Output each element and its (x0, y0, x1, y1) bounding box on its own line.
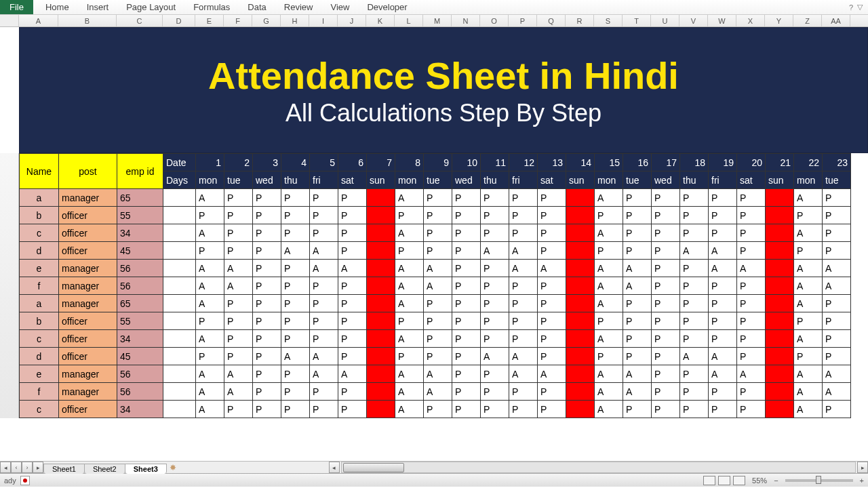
cell-attendance[interactable]: A (823, 277, 851, 295)
cell-attendance[interactable]: P (281, 365, 310, 383)
cell-attendance[interactable]: P (737, 312, 766, 330)
cell-attendance[interactable] (367, 277, 395, 295)
cell-blank[interactable] (163, 207, 196, 224)
cell-blank[interactable] (163, 330, 196, 348)
cell-attendance[interactable]: P (253, 348, 281, 365)
cell-attendance[interactable]: P (452, 365, 481, 383)
cell-attendance[interactable]: P (338, 242, 367, 260)
ribbon-tab-review[interactable]: Review (276, 0, 321, 14)
cell-attendance[interactable]: A (395, 277, 424, 295)
cell-attendance[interactable]: P (823, 242, 851, 260)
cell-post[interactable]: manager (59, 295, 117, 312)
cell-name[interactable]: b (20, 207, 59, 224)
header-date[interactable]: 22 (794, 154, 823, 171)
cell-attendance[interactable] (367, 383, 395, 401)
cell-attendance[interactable]: P (595, 348, 623, 365)
cell-attendance[interactable]: A (595, 189, 623, 207)
cell-name[interactable]: d (20, 348, 59, 365)
cell-name[interactable]: b (20, 312, 59, 330)
cell-name[interactable]: e (20, 260, 59, 277)
cell-attendance[interactable]: P (823, 330, 851, 348)
cell-attendance[interactable]: P (224, 312, 253, 330)
cell-attendance[interactable]: P (338, 348, 367, 365)
tab-nav-last[interactable]: ▸ (33, 462, 43, 473)
cell-attendance[interactable] (766, 189, 794, 207)
cell-post[interactable]: manager (59, 189, 117, 207)
cell-attendance[interactable]: P (680, 383, 709, 401)
cell-attendance[interactable]: P (538, 312, 566, 330)
cell-attendance[interactable]: P (481, 295, 509, 312)
cell-attendance[interactable]: P (538, 277, 566, 295)
cell-attendance[interactable]: P (310, 401, 338, 418)
cell-attendance[interactable]: P (424, 295, 452, 312)
cell-empid[interactable]: 56 (117, 383, 163, 401)
hscroll-thumb[interactable] (343, 463, 404, 472)
cell-empid[interactable]: 56 (117, 365, 163, 383)
cell-attendance[interactable]: P (509, 401, 538, 418)
cell-name[interactable]: e (20, 365, 59, 383)
cell-attendance[interactable]: P (253, 260, 281, 277)
cell-post[interactable]: officer (59, 312, 117, 330)
cell-attendance[interactable]: P (509, 277, 538, 295)
cell-attendance[interactable]: P (310, 383, 338, 401)
cell-attendance[interactable]: P (281, 330, 310, 348)
cell-attendance[interactable]: A (481, 242, 509, 260)
cell-attendance[interactable]: P (509, 207, 538, 224)
cell-name[interactable]: a (20, 189, 59, 207)
cell-attendance[interactable]: P (395, 207, 424, 224)
cell-attendance[interactable]: A (424, 260, 452, 277)
hscroll-track[interactable] (341, 462, 856, 473)
cell-attendance[interactable] (766, 224, 794, 242)
cell-attendance[interactable]: P (424, 312, 452, 330)
cell-attendance[interactable]: A (709, 365, 737, 383)
cell-attendance[interactable]: P (538, 295, 566, 312)
cell-attendance[interactable]: P (737, 242, 766, 260)
cell-attendance[interactable]: A (509, 365, 538, 383)
cell-attendance[interactable]: P (538, 207, 566, 224)
col-header[interactable]: A (19, 15, 58, 26)
cell-attendance[interactable]: P (737, 277, 766, 295)
cell-attendance[interactable] (766, 365, 794, 383)
cell-attendance[interactable]: P (395, 242, 424, 260)
cell-empid[interactable]: 34 (117, 401, 163, 418)
cell-attendance[interactable]: A (395, 365, 424, 383)
header-date[interactable]: 23 (823, 154, 851, 171)
cell-attendance[interactable]: A (310, 260, 338, 277)
cell-attendance[interactable] (766, 242, 794, 260)
header-day[interactable]: fri (310, 171, 338, 189)
cell-attendance[interactable]: P (595, 312, 623, 330)
ribbon-tab-view[interactable]: View (322, 0, 357, 14)
cell-attendance[interactable]: A (338, 365, 367, 383)
header-date[interactable]: 9 (424, 154, 452, 171)
cell-attendance[interactable]: P (709, 383, 737, 401)
cell-attendance[interactable] (566, 348, 595, 365)
cell-attendance[interactable]: P (424, 207, 452, 224)
cell-attendance[interactable]: P (680, 312, 709, 330)
cell-attendance[interactable]: P (338, 189, 367, 207)
hscroll-left[interactable]: ◂ (329, 462, 340, 473)
cell-attendance[interactable]: A (395, 330, 424, 348)
cell-attendance[interactable]: P (196, 312, 224, 330)
ribbon-tab-formulas[interactable]: Formulas (185, 0, 238, 14)
cell-attendance[interactable]: P (680, 295, 709, 312)
cell-attendance[interactable]: P (310, 312, 338, 330)
col-header[interactable]: U (651, 15, 679, 26)
cell-empid[interactable]: 55 (117, 312, 163, 330)
header-post[interactable]: post (59, 154, 117, 189)
header-day[interactable]: thu (481, 171, 509, 189)
attendance-table[interactable]: Namepostemp idDate1234567891011121314151… (19, 153, 851, 418)
cell-attendance[interactable]: P (623, 207, 652, 224)
cell-attendance[interactable]: A (595, 224, 623, 242)
cell-attendance[interactable]: P (481, 189, 509, 207)
cell-attendance[interactable]: P (680, 207, 709, 224)
cell-attendance[interactable]: P (481, 224, 509, 242)
cell-attendance[interactable]: P (652, 242, 680, 260)
cell-attendance[interactable]: A (395, 401, 424, 418)
cell-attendance[interactable]: P (680, 365, 709, 383)
cell-attendance[interactable]: A (794, 277, 823, 295)
cell-attendance[interactable]: P (481, 401, 509, 418)
cell-attendance[interactable]: P (823, 207, 851, 224)
cell-attendance[interactable]: P (424, 330, 452, 348)
cell-attendance[interactable]: P (709, 277, 737, 295)
cell-post[interactable]: officer (59, 330, 117, 348)
